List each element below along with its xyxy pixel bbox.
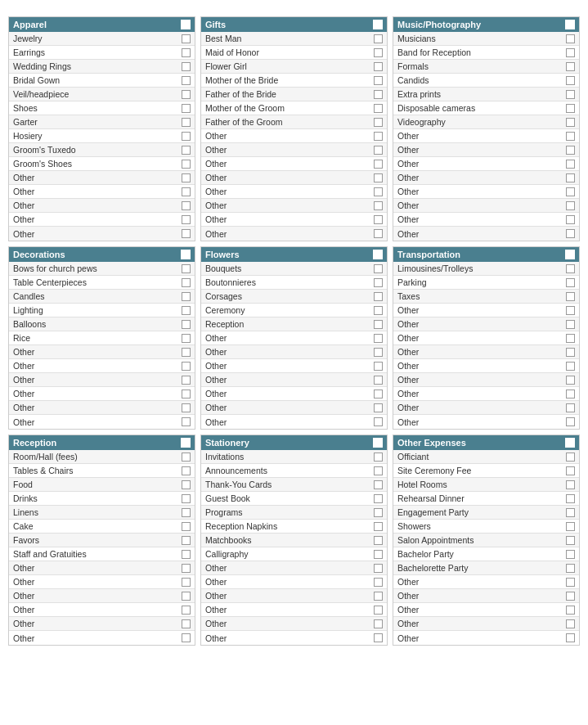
row-checkbox[interactable] (374, 453, 383, 462)
row-checkbox[interactable] (566, 48, 575, 57)
row-checkbox[interactable] (374, 215, 383, 224)
row-checkbox[interactable] (182, 160, 191, 169)
row-checkbox[interactable] (566, 362, 575, 371)
row-checkbox[interactable] (374, 494, 383, 503)
section-header-checkbox[interactable] (181, 20, 191, 29)
row-checkbox[interactable] (566, 104, 575, 113)
row-checkbox[interactable] (374, 292, 383, 301)
section-header-checkbox[interactable] (565, 438, 575, 448)
row-checkbox[interactable] (566, 578, 575, 587)
row-checkbox[interactable] (374, 508, 383, 517)
row-checkbox[interactable] (566, 132, 575, 141)
row-checkbox[interactable] (182, 417, 191, 426)
row-checkbox[interactable] (182, 453, 191, 462)
row-checkbox[interactable] (182, 466, 191, 475)
row-checkbox[interactable] (566, 334, 575, 343)
row-checkbox[interactable] (566, 564, 575, 573)
row-checkbox[interactable] (182, 306, 191, 315)
row-checkbox[interactable] (566, 76, 575, 85)
row-checkbox[interactable] (566, 550, 575, 559)
row-checkbox[interactable] (374, 536, 383, 545)
row-checkbox[interactable] (182, 522, 191, 531)
row-checkbox[interactable] (374, 633, 383, 642)
row-checkbox[interactable] (374, 264, 383, 273)
row-checkbox[interactable] (374, 104, 383, 113)
row-checkbox[interactable] (182, 592, 191, 601)
row-checkbox[interactable] (566, 606, 575, 615)
row-checkbox[interactable] (566, 118, 575, 127)
row-checkbox[interactable] (182, 104, 191, 113)
row-checkbox[interactable] (374, 334, 383, 343)
row-checkbox[interactable] (566, 278, 575, 287)
row-checkbox[interactable] (374, 320, 383, 329)
section-header-checkbox[interactable] (181, 250, 191, 259)
row-checkbox[interactable] (566, 494, 575, 503)
row-checkbox[interactable] (566, 320, 575, 329)
row-checkbox[interactable] (566, 348, 575, 357)
row-checkbox[interactable] (374, 606, 383, 615)
row-checkbox[interactable] (566, 173, 575, 182)
row-checkbox[interactable] (566, 592, 575, 601)
section-header-checkbox[interactable] (565, 250, 575, 259)
row-checkbox[interactable] (566, 187, 575, 196)
row-checkbox[interactable] (182, 564, 191, 573)
row-checkbox[interactable] (374, 146, 383, 155)
section-header-checkbox[interactable] (373, 438, 383, 448)
row-checkbox[interactable] (182, 48, 191, 57)
row-checkbox[interactable] (182, 536, 191, 545)
row-checkbox[interactable] (182, 619, 191, 628)
row-checkbox[interactable] (566, 201, 575, 210)
row-checkbox[interactable] (182, 90, 191, 99)
row-checkbox[interactable] (374, 278, 383, 287)
row-checkbox[interactable] (566, 633, 575, 642)
row-checkbox[interactable] (374, 390, 383, 399)
row-checkbox[interactable] (374, 480, 383, 489)
row-checkbox[interactable] (374, 229, 383, 238)
row-checkbox[interactable] (374, 306, 383, 315)
row-checkbox[interactable] (566, 90, 575, 99)
row-checkbox[interactable] (374, 592, 383, 601)
row-checkbox[interactable] (566, 480, 575, 489)
row-checkbox[interactable] (182, 146, 191, 155)
row-checkbox[interactable] (374, 48, 383, 57)
row-checkbox[interactable] (374, 62, 383, 71)
row-checkbox[interactable] (182, 173, 191, 182)
row-checkbox[interactable] (566, 376, 575, 385)
row-checkbox[interactable] (566, 536, 575, 545)
row-checkbox[interactable] (182, 550, 191, 559)
section-header-checkbox[interactable] (373, 250, 383, 259)
row-checkbox[interactable] (182, 320, 191, 329)
row-checkbox[interactable] (182, 62, 191, 71)
row-checkbox[interactable] (182, 376, 191, 385)
row-checkbox[interactable] (566, 522, 575, 531)
row-checkbox[interactable] (374, 187, 383, 196)
row-checkbox[interactable] (182, 578, 191, 587)
row-checkbox[interactable] (374, 619, 383, 628)
row-checkbox[interactable] (182, 187, 191, 196)
section-header-checkbox[interactable] (181, 438, 191, 448)
row-checkbox[interactable] (182, 362, 191, 371)
row-checkbox[interactable] (566, 264, 575, 273)
row-checkbox[interactable] (566, 62, 575, 71)
row-checkbox[interactable] (182, 606, 191, 615)
row-checkbox[interactable] (566, 229, 575, 238)
row-checkbox[interactable] (566, 453, 575, 462)
row-checkbox[interactable] (182, 633, 191, 642)
row-checkbox[interactable] (374, 376, 383, 385)
row-checkbox[interactable] (566, 619, 575, 628)
row-checkbox[interactable] (182, 508, 191, 517)
section-header-checkbox[interactable] (373, 20, 383, 29)
row-checkbox[interactable] (374, 578, 383, 587)
row-checkbox[interactable] (182, 34, 191, 43)
row-checkbox[interactable] (374, 132, 383, 141)
row-checkbox[interactable] (566, 306, 575, 315)
row-checkbox[interactable] (566, 390, 575, 399)
row-checkbox[interactable] (374, 522, 383, 531)
row-checkbox[interactable] (182, 201, 191, 210)
row-checkbox[interactable] (182, 215, 191, 224)
row-checkbox[interactable] (374, 118, 383, 127)
row-checkbox[interactable] (566, 215, 575, 224)
row-checkbox[interactable] (374, 160, 383, 169)
row-checkbox[interactable] (374, 564, 383, 573)
row-checkbox[interactable] (374, 362, 383, 371)
